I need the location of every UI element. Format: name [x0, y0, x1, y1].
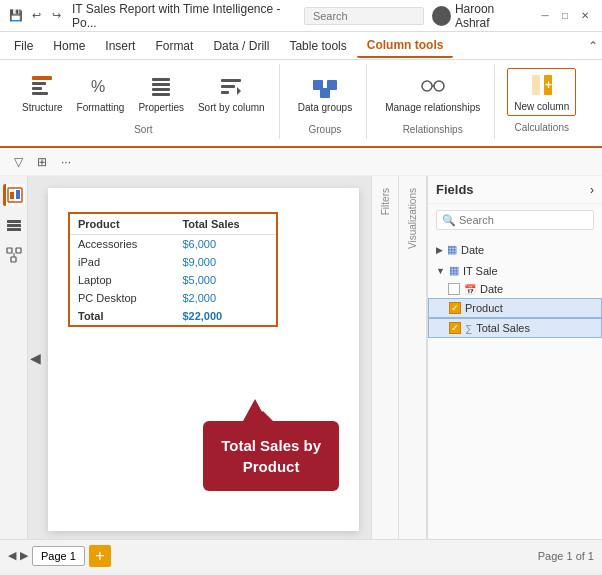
- tree-group-date-header[interactable]: ▶ ▦ Date: [428, 240, 602, 259]
- menu-table-tools[interactable]: Table tools: [279, 35, 356, 57]
- svg-point-17: [434, 81, 444, 91]
- svg-rect-29: [16, 248, 21, 253]
- menu-home[interactable]: Home: [43, 35, 95, 57]
- fields-panel: Fields › 🔍 ▶ ▦ Date: [427, 176, 602, 539]
- svg-rect-7: [152, 88, 170, 91]
- svg-rect-28: [7, 248, 12, 253]
- svg-rect-8: [152, 93, 170, 96]
- add-page-button[interactable]: +: [89, 545, 111, 567]
- table-total-row: Total $22,000: [70, 307, 276, 325]
- ribbon-group-relationships: Manage relationships Relationships: [371, 64, 495, 139]
- title-bar-right: Haroon Ashraf ─ □ ✕: [304, 2, 594, 30]
- date-field-checkbox[interactable]: [448, 283, 460, 295]
- ribbon-group-sort: Structure % Formatting Properties Sort b…: [8, 64, 280, 139]
- chevron-right-icon: ▶: [436, 245, 443, 255]
- content-row: ◀ Product Total Sales Acc: [0, 176, 602, 539]
- viz-panel-label: Visualizations: [403, 184, 422, 253]
- ribbon-sort-buttons: Structure % Formatting Properties Sort b…: [16, 68, 271, 118]
- new-column-button[interactable]: + New column: [507, 68, 576, 116]
- maximize-button[interactable]: □: [556, 8, 574, 24]
- data-groups-button[interactable]: Data groups: [292, 68, 358, 118]
- svg-text:%: %: [91, 78, 105, 95]
- fields-title: Fields: [436, 182, 474, 197]
- date-table-icon: ▦: [447, 243, 457, 256]
- menu-data-drill[interactable]: Data / Drill: [203, 35, 279, 57]
- total-sales-field-checkbox[interactable]: [449, 322, 461, 334]
- page-1-button[interactable]: Page 1: [32, 546, 85, 566]
- date-field-icon: 📅: [464, 284, 476, 295]
- menu-format[interactable]: Format: [145, 35, 203, 57]
- col-header-sales: Total Sales: [174, 214, 276, 235]
- calculations-group-label: Calculations: [514, 118, 568, 133]
- svg-rect-2: [32, 87, 42, 90]
- undo-icon[interactable]: ↩: [28, 8, 44, 24]
- tree-group-itsale-label: IT Sale: [463, 265, 498, 277]
- svg-rect-27: [7, 228, 21, 231]
- save-icon[interactable]: 💾: [8, 8, 24, 24]
- fields-header: Fields ›: [428, 176, 602, 204]
- filter-toolbar-icon[interactable]: ▽: [8, 152, 28, 172]
- formatting-button[interactable]: % Formatting: [71, 68, 131, 118]
- redo-icon[interactable]: ↪: [48, 8, 64, 24]
- expand-panel-arrow[interactable]: ◀: [30, 350, 41, 366]
- product-cell: Laptop: [70, 271, 174, 289]
- menu-column-tools[interactable]: Column tools: [357, 34, 454, 58]
- svg-rect-0: [32, 76, 52, 80]
- user-avatar: [432, 6, 451, 26]
- callout-line2: Product: [221, 456, 321, 477]
- svg-rect-30: [11, 257, 16, 262]
- sum-icon: ∑: [465, 323, 472, 334]
- svg-rect-24: [16, 190, 20, 199]
- list-item[interactable]: 📅 Date: [428, 280, 602, 298]
- svg-marker-12: [237, 87, 241, 95]
- sort-by-column-icon: [217, 72, 245, 100]
- sort-by-column-button[interactable]: Sort by column: [192, 68, 271, 118]
- close-button[interactable]: ✕: [576, 8, 594, 24]
- menu-file[interactable]: File: [4, 35, 43, 57]
- fields-search-input[interactable]: [436, 210, 594, 230]
- structure-label: Structure: [22, 102, 63, 114]
- sidebar-report-icon[interactable]: [3, 184, 25, 206]
- title-bar-left: 💾 ↩ ↪ IT Sales Report with Time Intellig…: [8, 2, 304, 30]
- svg-point-16: [422, 81, 432, 91]
- tree-group-itsale-header[interactable]: ▼ ▦ IT Sale: [428, 261, 602, 280]
- table-widget: Product Total Sales Accessories $6,000 i…: [68, 212, 278, 327]
- manage-relationships-button[interactable]: Manage relationships: [379, 68, 486, 118]
- sales-cell: $9,000: [174, 253, 276, 271]
- title-search-input[interactable]: [304, 7, 424, 25]
- title-bar: 💾 ↩ ↪ IT Sales Report with Time Intellig…: [0, 0, 602, 32]
- expand-toolbar-icon[interactable]: ⊞: [32, 152, 52, 172]
- sidebar-data-icon[interactable]: [3, 214, 25, 236]
- sidebar-model-icon[interactable]: [3, 244, 25, 266]
- ribbon: Structure % Formatting Properties Sort b…: [0, 60, 602, 148]
- callout-line1: Total Sales by: [221, 435, 321, 456]
- callout-tooltip: Total Sales by Product: [203, 421, 339, 491]
- fields-expand-icon[interactable]: ›: [590, 183, 594, 197]
- table-row: Accessories $6,000: [70, 235, 276, 254]
- list-item[interactable]: ∑ Total Sales: [428, 318, 602, 338]
- next-page-arrow[interactable]: ▶: [20, 549, 28, 562]
- list-item[interactable]: Product: [428, 298, 602, 318]
- menu-insert[interactable]: Insert: [95, 35, 145, 57]
- ribbon-group-calculations: + New column Calculations: [499, 64, 584, 137]
- itsale-table-icon: ▦: [449, 264, 459, 277]
- total-label: Total: [70, 307, 174, 325]
- more-toolbar-icon[interactable]: ···: [56, 152, 76, 172]
- prev-page-arrow[interactable]: ◀: [8, 549, 16, 562]
- ribbon-collapse-button[interactable]: ⌃: [588, 39, 598, 53]
- properties-label: Properties: [138, 102, 184, 114]
- fields-tree: ▶ ▦ Date ▼ ▦ IT Sale 📅: [428, 236, 602, 344]
- sales-cell: $6,000: [174, 235, 276, 254]
- svg-rect-25: [7, 220, 21, 223]
- properties-button[interactable]: Properties: [132, 68, 190, 118]
- structure-button[interactable]: Structure: [16, 68, 69, 118]
- minimize-button[interactable]: ─: [536, 8, 554, 24]
- svg-text:+: +: [545, 78, 552, 92]
- product-field-label: Product: [465, 302, 503, 314]
- svg-rect-23: [10, 192, 14, 199]
- product-cell: Accessories: [70, 235, 174, 254]
- product-field-checkbox[interactable]: [449, 302, 461, 314]
- formatting-icon: %: [86, 72, 114, 100]
- canvas-area: ◀ Product Total Sales Acc: [28, 176, 371, 539]
- tree-group-itsale: ▼ ▦ IT Sale 📅 Date Product: [428, 261, 602, 338]
